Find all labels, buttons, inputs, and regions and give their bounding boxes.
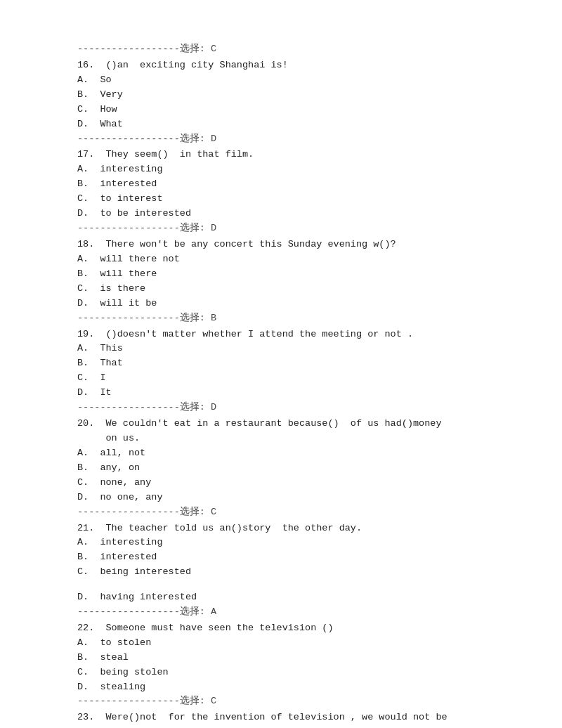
line-12: ------------------选择: D [77,221,534,236]
line-6: ------------------选择: D [77,132,534,147]
line-36 [77,580,534,590]
line-38: ------------------选择: A [77,605,534,620]
line-4: C. How [77,103,534,117]
line-40: A. to stolen [77,636,534,651]
line-39: 22. Someone must have seen the televisio… [77,621,534,636]
line-35: C. being interested [77,565,534,580]
line-21: B. That [77,356,534,371]
line-43: D. stealing [77,680,534,695]
line-27: A. all, not [77,446,534,461]
line-34: B. interested [77,550,534,565]
line-20: A. This [77,342,534,356]
line-32: 21. The teacher told us an()story the ot… [77,521,534,536]
line-7: 17. They seem() in that film. [77,148,534,162]
content-container: ------------------选择: C16. ()an exciting… [77,42,534,728]
line-17: D. will it be [77,297,534,311]
line-8: A. interesting [77,162,534,177]
line-24: ------------------选择: D [77,401,534,415]
line-14: A. will there not [77,252,534,267]
line-26: on us. [77,431,534,446]
line-33: A. interesting [77,535,534,550]
line-0: ------------------选择: C [77,42,534,57]
line-2: A. So [77,73,534,88]
line-31: ------------------选择: C [77,505,534,520]
line-46: able to see things [77,725,534,728]
line-9: B. interested [77,177,534,192]
line-22: C. I [77,371,534,386]
line-44: ------------------选择: C [77,694,534,709]
line-3: B. Very [77,88,534,103]
line-30: D. no one, any [77,490,534,505]
line-25: 20. We couldn't eat in a restaurant beca… [77,417,534,431]
line-19: 19. ()doesn't matter whether I attend th… [77,327,534,342]
line-18: ------------------选择: B [77,311,534,326]
line-42: C. being stolen [77,665,534,680]
line-10: C. to interest [77,192,534,207]
line-1: 16. ()an exciting city Shanghai is! [77,58,534,73]
line-11: D. to be interested [77,207,534,221]
line-15: B. will there [77,267,534,282]
line-37: D. having interested [77,590,534,605]
line-45: 23. Were()not for the invention of telev… [77,710,534,725]
line-13: 18. There won't be any concert this Sund… [77,238,534,252]
line-23: D. It [77,386,534,401]
line-28: B. any, on [77,461,534,476]
line-41: B. steal [77,651,534,665]
line-29: C. none, any [77,476,534,490]
line-5: D. What [77,117,534,132]
line-16: C. is there [77,282,534,297]
